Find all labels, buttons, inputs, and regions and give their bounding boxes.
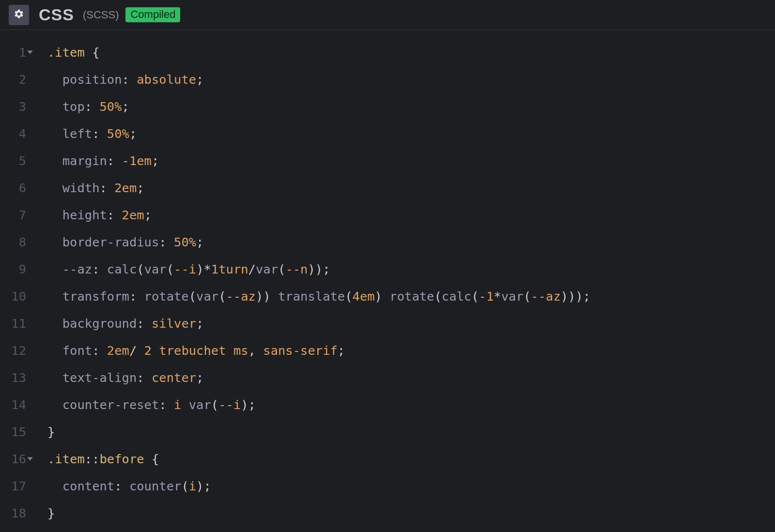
- code-line[interactable]: .item::before {: [47, 445, 590, 472]
- token-punc: ;: [323, 262, 330, 276]
- token-val: --i: [218, 397, 241, 412]
- token-plain: [129, 72, 137, 87]
- token-plain: [107, 181, 114, 195]
- line-number: 7: [0, 201, 26, 228]
- token-plain: [152, 343, 159, 358]
- token-plain: [144, 316, 152, 331]
- token-plain: [92, 99, 99, 114]
- token-plain: [47, 370, 62, 385]
- token-punc: (: [137, 262, 144, 276]
- token-val: absolute: [137, 72, 196, 87]
- code-line[interactable]: background: silver;: [47, 310, 590, 337]
- token-punc: ;: [152, 153, 159, 168]
- code-line[interactable]: position: absolute;: [47, 66, 590, 93]
- token-func: rotate: [144, 289, 189, 304]
- token-val: i: [189, 479, 196, 493]
- fold-icon[interactable]: [27, 51, 33, 54]
- token-brace: }: [47, 506, 55, 520]
- token-punc: )): [256, 289, 271, 304]
- code-line[interactable]: top: 50%;: [47, 93, 590, 120]
- token-func: var: [189, 397, 211, 412]
- token-punc: :: [129, 289, 137, 304]
- token-punc: ): [375, 289, 382, 304]
- code-line[interactable]: transform: rotate(var(--az)) translate(4…: [47, 283, 590, 310]
- line-number: 8: [0, 228, 26, 256]
- token-val: --az: [531, 289, 560, 304]
- token-plain: [47, 208, 62, 222]
- code-line[interactable]: text-align: center;: [47, 364, 590, 391]
- token-func: var: [144, 262, 167, 276]
- token-val: i: [174, 397, 181, 412]
- code-line[interactable]: }: [47, 418, 590, 445]
- code-line[interactable]: height: 2em;: [47, 201, 590, 228]
- code-line[interactable]: }: [47, 500, 590, 527]
- line-number: 1: [0, 39, 26, 66]
- token-punc: (: [189, 289, 196, 304]
- code-line[interactable]: content: counter(i);: [47, 472, 590, 500]
- line-number: 17: [0, 472, 26, 500]
- code-editor[interactable]: 123456789101112131415161718 .item { posi…: [0, 30, 775, 527]
- token-punc: :: [99, 181, 107, 195]
- line-number: 15: [0, 418, 26, 445]
- line-number: 10: [0, 283, 26, 310]
- token-punc: :: [85, 99, 92, 114]
- token-val: 50%: [174, 235, 196, 249]
- token-punc: (: [278, 262, 285, 276]
- line-number: 5: [0, 147, 26, 174]
- code-line[interactable]: --az: calc(var(--i)*1turn/var(--n));: [47, 256, 590, 283]
- token-func: var: [256, 262, 278, 276]
- code-line[interactable]: margin: -1em;: [47, 147, 590, 174]
- token-prop: background: [62, 316, 137, 331]
- token-punc: ;: [122, 99, 129, 114]
- token-plain: [100, 262, 107, 276]
- token-brace: {: [92, 45, 99, 60]
- token-punc: )): [308, 262, 323, 276]
- token-func: var: [196, 289, 218, 304]
- code-line[interactable]: width: 2em;: [47, 174, 590, 201]
- line-number: 13: [0, 364, 26, 391]
- token-punc: ;: [196, 72, 203, 87]
- token-prop: left: [62, 126, 92, 141]
- token-plain: [144, 452, 152, 466]
- editor-header: CSS (SCSS) Compiled: [0, 0, 775, 30]
- fold-icon[interactable]: [27, 457, 33, 461]
- code-line[interactable]: left: 50%;: [47, 120, 590, 147]
- token-plain: [382, 289, 389, 304]
- token-punc: ,: [248, 343, 256, 358]
- token-func: rotate: [389, 289, 434, 304]
- token-punc: ;: [144, 208, 152, 222]
- token-plain: [137, 343, 144, 358]
- compiled-badge: Compiled: [125, 7, 180, 22]
- line-number: 14: [0, 391, 26, 418]
- code-line[interactable]: .item {: [47, 39, 590, 66]
- token-punc: ;: [203, 479, 211, 493]
- editor-title: CSS: [39, 5, 74, 24]
- token-val: --n: [285, 262, 308, 276]
- token-punc: :: [92, 343, 99, 358]
- code-line[interactable]: border-radius: 50%;: [47, 228, 590, 256]
- line-number: 18: [0, 500, 26, 527]
- token-punc: /: [248, 262, 256, 276]
- settings-button[interactable]: [9, 5, 29, 25]
- token-punc: :: [122, 72, 129, 87]
- token-plain: [167, 235, 174, 249]
- token-val: 50%: [100, 99, 122, 114]
- code-area[interactable]: .item { position: absolute; top: 50%; le…: [35, 39, 590, 527]
- token-punc: :: [159, 235, 166, 249]
- line-number: 2: [0, 66, 26, 93]
- token-val: -1: [479, 289, 494, 304]
- token-punc: ): [196, 479, 203, 493]
- code-line[interactable]: counter-reset: i var(--i);: [47, 391, 590, 418]
- token-punc: :: [92, 262, 99, 276]
- token-plain: [47, 181, 62, 195]
- token-punc: (: [524, 289, 531, 304]
- token-punc: :: [159, 397, 166, 412]
- token-prop: counter-reset: [62, 397, 159, 412]
- token-punc: :: [137, 370, 144, 385]
- token-punc: ;: [196, 316, 203, 331]
- token-prop: margin: [62, 153, 107, 168]
- token-prop: position: [62, 72, 122, 87]
- token-sel: .item: [47, 452, 85, 466]
- code-line[interactable]: font: 2em/ 2 trebuchet ms, sans-serif;: [47, 337, 590, 364]
- token-punc: ::: [85, 452, 100, 466]
